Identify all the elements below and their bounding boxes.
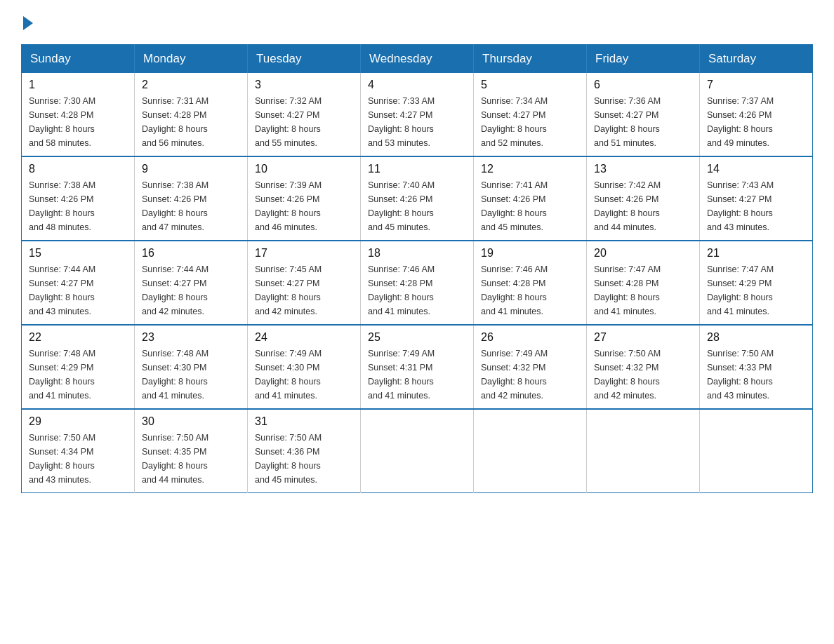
calendar-cell: 28 Sunrise: 7:50 AMSunset: 4:33 PMDaylig… [700, 325, 813, 409]
calendar-cell: 25 Sunrise: 7:49 AMSunset: 4:31 PMDaylig… [361, 325, 474, 409]
calendar-header-row: SundayMondayTuesdayWednesdayThursdayFrid… [22, 45, 813, 74]
calendar-cell: 24 Sunrise: 7:49 AMSunset: 4:30 PMDaylig… [248, 325, 361, 409]
calendar-cell: 1 Sunrise: 7:30 AMSunset: 4:28 PMDayligh… [22, 73, 135, 156]
day-number: 20 [594, 247, 692, 260]
day-info: Sunrise: 7:44 AMSunset: 4:27 PMDaylight:… [29, 262, 127, 318]
day-number: 16 [142, 247, 240, 260]
calendar-cell: 20 Sunrise: 7:47 AMSunset: 4:28 PMDaylig… [587, 241, 700, 325]
calendar-table: SundayMondayTuesdayWednesdayThursdayFrid… [21, 44, 813, 493]
day-info: Sunrise: 7:50 AMSunset: 4:32 PMDaylight:… [594, 347, 692, 403]
calendar-cell: 29 Sunrise: 7:50 AMSunset: 4:34 PMDaylig… [22, 409, 135, 493]
calendar-week-row: 1 Sunrise: 7:30 AMSunset: 4:28 PMDayligh… [22, 73, 813, 156]
day-info: Sunrise: 7:44 AMSunset: 4:27 PMDaylight:… [142, 262, 240, 318]
day-number: 4 [368, 79, 466, 91]
day-number: 11 [368, 163, 466, 175]
day-info: Sunrise: 7:38 AMSunset: 4:26 PMDaylight:… [142, 178, 240, 234]
calendar-cell: 12 Sunrise: 7:41 AMSunset: 4:26 PMDaylig… [474, 156, 587, 241]
calendar-cell: 30 Sunrise: 7:50 AMSunset: 4:35 PMDaylig… [135, 409, 248, 493]
calendar-cell: 31 Sunrise: 7:50 AMSunset: 4:36 PMDaylig… [248, 409, 361, 493]
day-info: Sunrise: 7:41 AMSunset: 4:26 PMDaylight:… [481, 178, 579, 234]
day-number: 30 [142, 415, 240, 428]
calendar-cell [474, 409, 587, 493]
day-info: Sunrise: 7:47 AMSunset: 4:29 PMDaylight:… [707, 262, 805, 318]
logo-arrow-icon [23, 16, 33, 30]
day-number: 22 [29, 331, 127, 344]
day-info: Sunrise: 7:50 AMSunset: 4:33 PMDaylight:… [707, 347, 805, 403]
day-info: Sunrise: 7:47 AMSunset: 4:28 PMDaylight:… [594, 262, 692, 318]
calendar-cell [587, 409, 700, 493]
calendar-cell: 5 Sunrise: 7:34 AMSunset: 4:27 PMDayligh… [474, 73, 587, 156]
calendar-cell: 3 Sunrise: 7:32 AMSunset: 4:27 PMDayligh… [248, 73, 361, 156]
day-number: 10 [255, 163, 353, 175]
page-header [21, 14, 813, 30]
weekday-header-thursday: Thursday [474, 45, 587, 74]
day-number: 17 [255, 247, 353, 260]
day-number: 19 [481, 247, 579, 260]
day-number: 9 [142, 163, 240, 175]
calendar-cell: 4 Sunrise: 7:33 AMSunset: 4:27 PMDayligh… [361, 73, 474, 156]
day-info: Sunrise: 7:50 AMSunset: 4:34 PMDaylight:… [29, 431, 127, 487]
calendar-cell [361, 409, 474, 493]
day-number: 2 [142, 79, 240, 91]
calendar-cell: 27 Sunrise: 7:50 AMSunset: 4:32 PMDaylig… [587, 325, 700, 409]
calendar-cell: 18 Sunrise: 7:46 AMSunset: 4:28 PMDaylig… [361, 241, 474, 325]
day-info: Sunrise: 7:31 AMSunset: 4:28 PMDaylight:… [142, 94, 240, 150]
day-info: Sunrise: 7:42 AMSunset: 4:26 PMDaylight:… [594, 178, 692, 234]
day-number: 31 [255, 415, 353, 428]
day-info: Sunrise: 7:48 AMSunset: 4:30 PMDaylight:… [142, 347, 240, 403]
weekday-header-saturday: Saturday [700, 45, 813, 74]
day-number: 6 [594, 79, 692, 91]
day-info: Sunrise: 7:39 AMSunset: 4:26 PMDaylight:… [255, 178, 353, 234]
day-number: 3 [255, 79, 353, 91]
day-number: 14 [707, 163, 805, 175]
day-number: 7 [707, 79, 805, 91]
day-info: Sunrise: 7:37 AMSunset: 4:26 PMDaylight:… [707, 94, 805, 150]
calendar-cell: 2 Sunrise: 7:31 AMSunset: 4:28 PMDayligh… [135, 73, 248, 156]
day-info: Sunrise: 7:36 AMSunset: 4:27 PMDaylight:… [594, 94, 692, 150]
day-number: 26 [481, 331, 579, 344]
calendar-cell: 10 Sunrise: 7:39 AMSunset: 4:26 PMDaylig… [248, 156, 361, 241]
day-number: 18 [368, 247, 466, 260]
day-number: 8 [29, 163, 127, 175]
day-number: 25 [368, 331, 466, 344]
calendar-cell: 6 Sunrise: 7:36 AMSunset: 4:27 PMDayligh… [587, 73, 700, 156]
calendar-cell: 19 Sunrise: 7:46 AMSunset: 4:28 PMDaylig… [474, 241, 587, 325]
weekday-header-wednesday: Wednesday [361, 45, 474, 74]
calendar-week-row: 8 Sunrise: 7:38 AMSunset: 4:26 PMDayligh… [22, 156, 813, 241]
weekday-header-sunday: Sunday [22, 45, 135, 74]
day-info: Sunrise: 7:33 AMSunset: 4:27 PMDaylight:… [368, 94, 466, 150]
day-info: Sunrise: 7:49 AMSunset: 4:30 PMDaylight:… [255, 347, 353, 403]
day-info: Sunrise: 7:46 AMSunset: 4:28 PMDaylight:… [368, 262, 466, 318]
calendar-cell: 15 Sunrise: 7:44 AMSunset: 4:27 PMDaylig… [22, 241, 135, 325]
day-number: 15 [29, 247, 127, 260]
day-number: 5 [481, 79, 579, 91]
day-number: 28 [707, 331, 805, 344]
day-info: Sunrise: 7:32 AMSunset: 4:27 PMDaylight:… [255, 94, 353, 150]
calendar-cell: 17 Sunrise: 7:45 AMSunset: 4:27 PMDaylig… [248, 241, 361, 325]
calendar-week-row: 15 Sunrise: 7:44 AMSunset: 4:27 PMDaylig… [22, 241, 813, 325]
weekday-header-monday: Monday [135, 45, 248, 74]
calendar-cell: 22 Sunrise: 7:48 AMSunset: 4:29 PMDaylig… [22, 325, 135, 409]
day-number: 23 [142, 331, 240, 344]
logo [21, 14, 33, 30]
day-number: 29 [29, 415, 127, 428]
day-info: Sunrise: 7:49 AMSunset: 4:31 PMDaylight:… [368, 347, 466, 403]
calendar-cell: 23 Sunrise: 7:48 AMSunset: 4:30 PMDaylig… [135, 325, 248, 409]
calendar-week-row: 22 Sunrise: 7:48 AMSunset: 4:29 PMDaylig… [22, 325, 813, 409]
day-info: Sunrise: 7:38 AMSunset: 4:26 PMDaylight:… [29, 178, 127, 234]
calendar-cell: 11 Sunrise: 7:40 AMSunset: 4:26 PMDaylig… [361, 156, 474, 241]
day-info: Sunrise: 7:40 AMSunset: 4:26 PMDaylight:… [368, 178, 466, 234]
calendar-cell: 9 Sunrise: 7:38 AMSunset: 4:26 PMDayligh… [135, 156, 248, 241]
calendar-cell: 26 Sunrise: 7:49 AMSunset: 4:32 PMDaylig… [474, 325, 587, 409]
calendar-cell: 13 Sunrise: 7:42 AMSunset: 4:26 PMDaylig… [587, 156, 700, 241]
day-number: 13 [594, 163, 692, 175]
day-info: Sunrise: 7:43 AMSunset: 4:27 PMDaylight:… [707, 178, 805, 234]
calendar-cell: 14 Sunrise: 7:43 AMSunset: 4:27 PMDaylig… [700, 156, 813, 241]
calendar-week-row: 29 Sunrise: 7:50 AMSunset: 4:34 PMDaylig… [22, 409, 813, 493]
day-info: Sunrise: 7:45 AMSunset: 4:27 PMDaylight:… [255, 262, 353, 318]
day-info: Sunrise: 7:50 AMSunset: 4:35 PMDaylight:… [142, 431, 240, 487]
day-info: Sunrise: 7:49 AMSunset: 4:32 PMDaylight:… [481, 347, 579, 403]
day-number: 1 [29, 79, 127, 91]
day-info: Sunrise: 7:50 AMSunset: 4:36 PMDaylight:… [255, 431, 353, 487]
calendar-cell: 8 Sunrise: 7:38 AMSunset: 4:26 PMDayligh… [22, 156, 135, 241]
